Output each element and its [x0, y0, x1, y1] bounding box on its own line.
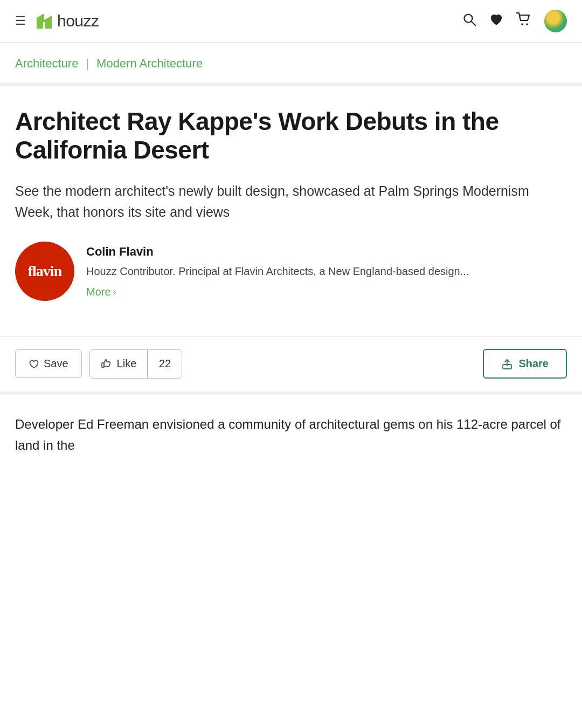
breadcrumb: Architecture | Modern Architecture	[0, 43, 582, 86]
search-icon[interactable]	[462, 12, 476, 30]
svg-point-4	[521, 23, 523, 25]
cart-icon[interactable]	[516, 12, 531, 30]
breadcrumb-modern-architecture[interactable]: Modern Architecture	[96, 57, 203, 71]
logo-area[interactable]: houzz	[34, 11, 99, 31]
article-title: Architect Ray Kappe's Work Debuts in the…	[15, 107, 567, 164]
breadcrumb-divider: |	[86, 57, 89, 71]
header-left: ☰ houzz	[15, 11, 99, 31]
avatar[interactable]	[544, 10, 567, 32]
share-button[interactable]: Share	[483, 349, 567, 379]
article-subtitle: See the modern architect's newly built d…	[15, 181, 567, 223]
action-left: Save Like 22	[15, 349, 182, 379]
save-button[interactable]: Save	[15, 349, 82, 378]
like-count: 22	[148, 350, 182, 377]
thumbs-up-icon	[101, 358, 113, 370]
svg-line-3	[472, 22, 475, 25]
houzz-logo-icon	[34, 11, 54, 31]
author-avatar[interactable]: flavin	[15, 242, 74, 301]
body-text-section: Developer Ed Freeman envisioned a commun…	[0, 395, 582, 466]
menu-icon[interactable]: ☰	[15, 15, 26, 27]
breadcrumb-architecture[interactable]: Architecture	[15, 57, 78, 71]
author-info: Colin Flavin Houzz Contributor. Principa…	[86, 242, 469, 298]
author-description: Houzz Contributor. Principal at Flavin A…	[86, 263, 469, 279]
main-content: Architect Ray Kappe's Work Debuts in the…	[0, 86, 582, 336]
header: ☰ houzz	[0, 0, 582, 43]
chevron-right-icon: ›	[113, 286, 116, 298]
svg-rect-6	[102, 363, 104, 367]
logo-text[interactable]: houzz	[57, 12, 99, 30]
body-text: Developer Ed Freeman envisioned a commun…	[15, 414, 567, 456]
svg-point-5	[526, 23, 528, 25]
author-block: flavin Colin Flavin Houzz Contributor. P…	[15, 242, 567, 301]
heart-icon[interactable]	[489, 12, 503, 30]
share-icon	[501, 358, 513, 370]
save-heart-icon	[29, 359, 39, 369]
header-right	[462, 10, 567, 32]
action-bar: Save Like 22 Share	[0, 336, 582, 395]
author-name[interactable]: Colin Flavin	[86, 245, 469, 259]
like-button[interactable]: Like 22	[89, 349, 182, 379]
more-link[interactable]: More ›	[86, 286, 469, 298]
